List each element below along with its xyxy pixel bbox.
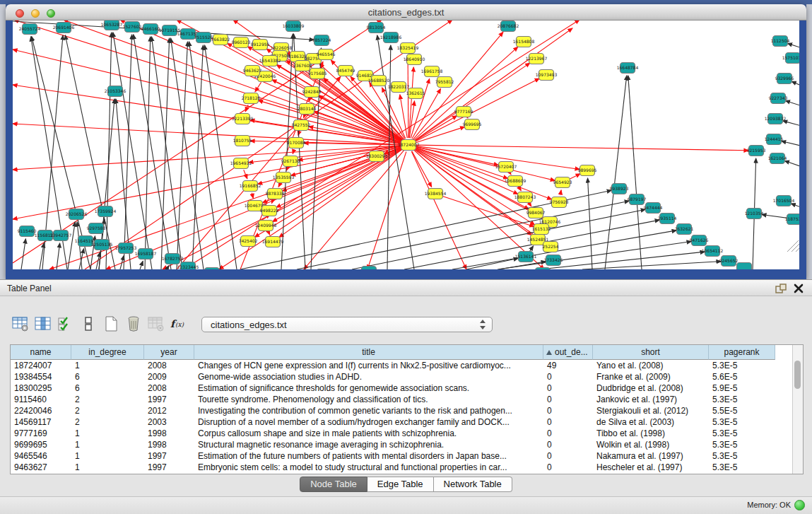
graph-node[interactable]: 9777169 xyxy=(454,107,473,117)
table-cell[interactable]: 0 xyxy=(543,450,593,462)
graph-node[interactable]: 10688609 xyxy=(505,176,526,187)
table-cell[interactable]: 1 xyxy=(71,450,144,462)
graph-node[interactable]: 7632621 xyxy=(675,224,694,235)
table-cell[interactable]: 22420046 xyxy=(11,405,71,416)
graph-node[interactable]: 1615132 xyxy=(532,224,551,235)
graph-node[interactable]: 15136141 xyxy=(515,252,537,262)
graph-node[interactable]: 2803144 xyxy=(298,104,317,115)
table-cell[interactable]: 9777169 xyxy=(11,428,71,439)
table-row[interactable]: 2242004622012Investigating the contribut… xyxy=(11,405,793,416)
column-header-pagerank[interactable]: pagerank xyxy=(709,345,775,360)
column-header-out_de[interactable]: out_de... xyxy=(543,345,593,360)
table-cell[interactable]: 2 xyxy=(71,405,144,416)
table-cell[interactable]: 2 xyxy=(71,416,144,428)
table-settings-button[interactable] xyxy=(10,315,31,334)
table-cell[interactable]: 1998 xyxy=(144,439,194,450)
table-row[interactable]: 1938455462009Genome-wide association stu… xyxy=(11,371,793,382)
table-cell[interactable]: 18300295 xyxy=(11,382,71,394)
graph-node[interactable]: 9756928 xyxy=(550,197,569,208)
graph-node[interactable]: 9465546 xyxy=(317,49,336,60)
graph-node[interactable]: 1362615 xyxy=(406,88,425,99)
graph-node[interactable] xyxy=(362,267,377,270)
graph-node[interactable]: 9899695 xyxy=(578,165,597,176)
table-cell[interactable]: Yano et al. (2008) xyxy=(593,360,709,371)
graph-node[interactable] xyxy=(205,268,220,270)
table-cell[interactable]: Tourette syndrome. Phenomenology and cla… xyxy=(194,394,543,405)
table-cell[interactable]: 1 xyxy=(71,462,144,473)
table-cell[interactable]: 9463627 xyxy=(11,462,71,473)
table-cell[interactable]: Tibbo et al. (1998) xyxy=(593,428,709,439)
graph-node[interactable]: 9329966 xyxy=(775,74,794,84)
table-cell[interactable]: Changes of HCN gene expression and I(f) … xyxy=(194,360,543,371)
table-cell[interactable]: 9465546 xyxy=(11,450,71,462)
table-cell[interactable]: 2008 xyxy=(144,360,194,371)
table-cell[interactable]: 1 xyxy=(71,428,144,439)
table-cell[interactable]: 6 xyxy=(71,382,144,394)
graph-node[interactable]: 16961758 xyxy=(421,66,443,77)
graph-node[interactable]: 7515526 xyxy=(194,33,213,43)
new-table-button[interactable] xyxy=(100,315,122,334)
graph-node[interactable]: 16914479 xyxy=(262,237,284,247)
table-cell[interactable]: 0 xyxy=(543,371,593,382)
select-rows-button[interactable] xyxy=(55,315,76,334)
table-cell[interactable]: de Silva et al. (2003) xyxy=(593,416,709,428)
table-cell[interactable]: Corpus callosum shape and size in male p… xyxy=(194,428,543,439)
graph-node[interactable]: 1187533 xyxy=(785,214,799,225)
graph-node[interactable]: 19384554 xyxy=(425,189,447,199)
scrollbar-thumb[interactable] xyxy=(794,361,801,389)
graph-node[interactable]: 9654923 xyxy=(553,177,572,188)
graph-node[interactable]: 9227343 xyxy=(769,93,788,104)
column-header-in_degree[interactable]: in_degree xyxy=(71,345,144,360)
table-cell[interactable]: 5.3E-5 xyxy=(709,450,775,462)
table-cell[interactable]: Genome-wide association studies in ADHD. xyxy=(194,371,543,382)
graph-node[interactable]: 10973493 xyxy=(536,70,558,81)
table-row[interactable]: 946362711997Embryonic stem cells: a mode… xyxy=(11,462,793,473)
graph-node[interactable]: 18807243 xyxy=(514,192,536,203)
graph-node[interactable]: 8878334 xyxy=(266,189,285,199)
table-cell[interactable]: Nakamura et al. (1997) xyxy=(593,450,709,462)
table-cell[interactable]: 5.3E-5 xyxy=(709,416,775,428)
table-cell[interactable]: 1997 xyxy=(144,450,194,462)
network-canvas[interactable]: 2405572420691406106532871527602846616010… xyxy=(13,21,799,269)
graph-node[interactable]: 9115460 xyxy=(18,226,37,237)
import-table-disabled-button[interactable] xyxy=(146,315,167,334)
graph-node[interactable] xyxy=(317,269,331,270)
graph-node[interactable]: 16154808 xyxy=(513,37,535,47)
table-cell[interactable]: 0 xyxy=(543,416,593,428)
table-cell[interactable]: 9115460 xyxy=(11,394,71,405)
graph-node[interactable]: 8938923 xyxy=(610,184,629,194)
table-cell[interactable]: 1 xyxy=(71,360,144,371)
table-selector-dropdown[interactable]: citations_edges.txt xyxy=(201,317,493,332)
table-cell[interactable]: Estimation of the future numbers of pati… xyxy=(194,450,543,462)
table-cell[interactable]: 2008 xyxy=(144,382,194,394)
table-cell[interactable]: 5.6E-5 xyxy=(709,371,775,382)
graph-node[interactable]: 20691406 xyxy=(53,23,75,33)
graph-node[interactable]: 18640910 xyxy=(404,54,425,65)
window-titlebar[interactable]: citations_edges.txt xyxy=(6,4,806,21)
table-cell[interactable]: Investigating the contribution of common… xyxy=(194,405,543,416)
graph-node[interactable]: 1621064 xyxy=(768,153,787,164)
graph-node[interactable]: 8813054 xyxy=(367,23,386,33)
table-cell[interactable]: 9699695 xyxy=(11,439,71,450)
table-cell[interactable]: 2009 xyxy=(144,371,194,382)
graph-node[interactable]: 17957253 xyxy=(115,243,137,254)
graph-node[interactable]: 9175685 xyxy=(308,69,327,79)
table-cell[interactable]: 0 xyxy=(543,394,593,405)
graph-node[interactable]: 24055724 xyxy=(19,24,41,35)
table-cell[interactable]: 0 xyxy=(543,462,593,473)
graph-node[interactable]: 8960123 xyxy=(232,37,251,48)
graph-node[interactable]: 9984067 xyxy=(526,208,546,218)
graph-node[interactable]: 17359924 xyxy=(95,206,117,217)
table-row[interactable]: 1872400712008Changes of HCN gene express… xyxy=(11,360,793,371)
graph-node[interactable]: 9267130 xyxy=(281,156,300,167)
graph-node[interactable]: 17016504 xyxy=(773,196,795,206)
table-row[interactable]: 946554611997Estimation of the future num… xyxy=(11,450,793,462)
graph-node[interactable]: 1112504 xyxy=(771,36,790,47)
graph-node[interactable]: 16648784 xyxy=(617,63,639,74)
graph-node[interactable]: 7425402 xyxy=(239,236,258,247)
table-cell[interactable]: 5.3E-5 xyxy=(709,360,775,371)
graph-node[interactable]: 1210354 xyxy=(745,209,764,219)
graph-node[interactable]: 15751074 xyxy=(782,53,799,64)
table-cell[interactable]: 0 xyxy=(543,405,593,416)
table-cell[interactable]: 5.3E-5 xyxy=(709,462,775,473)
